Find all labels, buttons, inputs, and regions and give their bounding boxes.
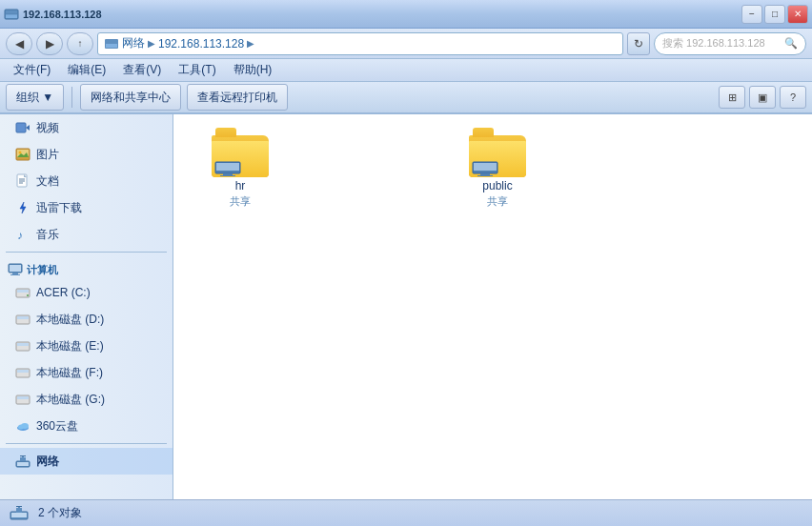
status-bar: 2 个对象 bbox=[0, 499, 812, 526]
sidebar-item-video[interactable]: 视频 bbox=[0, 114, 173, 141]
svg-rect-48 bbox=[477, 175, 493, 176]
folder-hr[interactable]: hr 共享 bbox=[183, 124, 297, 212]
search-box[interactable]: 搜索 192.168.113.128 🔍 bbox=[654, 32, 806, 55]
sidebar-item-drive-g[interactable]: 本地磁盘 (G:) bbox=[0, 386, 173, 413]
back-button[interactable]: ◀ bbox=[6, 32, 32, 55]
svg-rect-37 bbox=[17, 462, 29, 466]
svg-rect-44 bbox=[220, 175, 235, 176]
drive-d-icon bbox=[15, 312, 30, 327]
maximize-button[interactable]: □ bbox=[764, 5, 785, 24]
svg-rect-20 bbox=[12, 273, 18, 274]
svg-rect-47 bbox=[480, 173, 490, 175]
svg-rect-26 bbox=[17, 316, 29, 319]
menu-view[interactable]: 查看(V) bbox=[115, 60, 169, 80]
cloud360-label: 360云盘 bbox=[36, 418, 78, 435]
folder-public-tab bbox=[473, 128, 494, 137]
drive-g-icon bbox=[15, 392, 30, 407]
sidebar: 视频 图片 bbox=[0, 114, 173, 499]
network-label: 网络 bbox=[36, 454, 59, 470]
breadcrumb[interactable]: 网络 ▶ 192.168.113.128 ▶ bbox=[97, 32, 623, 55]
organize-button[interactable]: 组织 ▼ bbox=[6, 84, 64, 111]
pictures-icon bbox=[15, 147, 30, 162]
view-icon: ⊞ bbox=[728, 91, 737, 104]
main-layout: 视频 图片 bbox=[0, 114, 812, 499]
svg-rect-30 bbox=[17, 370, 29, 373]
drive-e-icon bbox=[15, 338, 30, 354]
menu-tools[interactable]: 工具(T) bbox=[171, 60, 223, 80]
svg-rect-50 bbox=[11, 513, 27, 517]
status-network-icon bbox=[10, 504, 29, 523]
preview-button[interactable]: ▣ bbox=[749, 86, 776, 109]
video-icon bbox=[15, 120, 30, 135]
sidebar-item-drive-f[interactable]: 本地磁盘 (F:) bbox=[0, 359, 173, 386]
forward-icon: ▶ bbox=[46, 37, 54, 51]
help-button[interactable]: ? bbox=[780, 86, 806, 109]
music-label: 音乐 bbox=[36, 227, 59, 243]
up-button[interactable]: ↑ bbox=[67, 32, 93, 55]
folder-hr-icon bbox=[212, 128, 269, 177]
folder-public-name: public bbox=[482, 179, 512, 192]
menu-file[interactable]: 文件(F) bbox=[6, 60, 58, 80]
sidebar-item-documents[interactable]: 文档 bbox=[0, 168, 173, 194]
sidebar-divider-2 bbox=[6, 443, 167, 444]
svg-rect-40 bbox=[20, 455, 26, 456]
menu-help[interactable]: 帮助(H) bbox=[226, 60, 280, 80]
documents-icon bbox=[15, 173, 30, 189]
minimize-button[interactable]: − bbox=[741, 5, 762, 24]
folder-hr-name: hr bbox=[235, 179, 246, 192]
help-icon: ? bbox=[790, 91, 796, 103]
menu-bar: 文件(F) 编辑(E) 查看(V) 工具(T) 帮助(H) bbox=[0, 59, 812, 82]
breadcrumb-item-ip[interactable]: 192.168.113.128 bbox=[158, 37, 244, 51]
drive-e-label: 本地磁盘 (E:) bbox=[36, 338, 104, 354]
svg-rect-5 bbox=[16, 123, 26, 132]
svg-rect-53 bbox=[16, 506, 22, 507]
address-bar: ◀ ▶ ↑ 网络 ▶ 192.168.113.128 ▶ ↻ 搜索 192.16… bbox=[0, 29, 812, 59]
svg-rect-28 bbox=[17, 343, 29, 346]
sidebar-item-acer[interactable]: ACER (C:) bbox=[0, 279, 173, 306]
drive-c-icon bbox=[15, 285, 30, 300]
breadcrumb-icon bbox=[104, 36, 119, 51]
forward-button[interactable]: ▶ bbox=[36, 32, 63, 55]
breadcrumb-item-network[interactable]: 网络 bbox=[122, 35, 145, 51]
svg-point-24 bbox=[27, 294, 29, 296]
remote-printer-button[interactable]: 查看远程打印机 bbox=[187, 84, 288, 111]
window-icon bbox=[4, 7, 19, 22]
network-sharing-button[interactable]: 网络和共享中心 bbox=[80, 84, 181, 111]
drive-f-icon bbox=[15, 365, 30, 380]
sidebar-section-computer: 计算机 bbox=[0, 256, 173, 279]
pictures-label: 图片 bbox=[36, 147, 59, 163]
refresh-icon: ↻ bbox=[634, 37, 643, 51]
title-text: 192.168.113.128 bbox=[23, 9, 102, 20]
drive-f-label: 本地磁盘 (F:) bbox=[36, 365, 103, 381]
sidebar-item-drive-d[interactable]: 本地磁盘 (D:) bbox=[0, 306, 173, 333]
sidebar-item-music[interactable]: ♪ 音乐 bbox=[0, 221, 173, 248]
folder-public[interactable]: public 共享 bbox=[440, 124, 555, 212]
preview-icon: ▣ bbox=[758, 91, 767, 104]
sidebar-item-pictures[interactable]: 图片 bbox=[0, 141, 173, 168]
search-icon: 🔍 bbox=[784, 37, 798, 50]
sidebar-item-360cloud[interactable]: 360云盘 bbox=[0, 413, 173, 439]
network-overlay bbox=[213, 157, 242, 179]
menu-edit[interactable]: 编辑(E) bbox=[60, 60, 113, 80]
back-icon: ◀ bbox=[15, 37, 24, 51]
video-label: 视频 bbox=[36, 120, 59, 136]
folder-hr-sublabel: 共享 bbox=[230, 194, 251, 209]
svg-rect-4 bbox=[106, 44, 117, 48]
view-toggle-button[interactable]: ⊞ bbox=[719, 86, 745, 109]
sidebar-item-thunder[interactable]: 迅雷下载 bbox=[0, 194, 173, 221]
toolbar-separator-1 bbox=[71, 87, 72, 108]
network-label: 网络和共享中心 bbox=[91, 90, 171, 106]
svg-rect-46 bbox=[474, 163, 497, 171]
network-overlay-public bbox=[471, 157, 499, 179]
sidebar-item-network[interactable]: 网络 bbox=[0, 448, 173, 475]
title-bar-left: 192.168.113.128 bbox=[4, 7, 102, 22]
svg-rect-43 bbox=[223, 173, 233, 175]
close-button[interactable]: ✕ bbox=[787, 5, 808, 24]
search-placeholder: 搜索 192.168.113.128 bbox=[662, 36, 765, 51]
folder-tab bbox=[215, 128, 236, 137]
refresh-button[interactable]: ↻ bbox=[627, 32, 650, 55]
svg-rect-32 bbox=[17, 396, 29, 399]
up-icon: ↑ bbox=[78, 38, 83, 49]
sidebar-item-drive-e[interactable]: 本地磁盘 (E:) bbox=[0, 333, 173, 359]
folder-public-icon bbox=[469, 128, 526, 177]
